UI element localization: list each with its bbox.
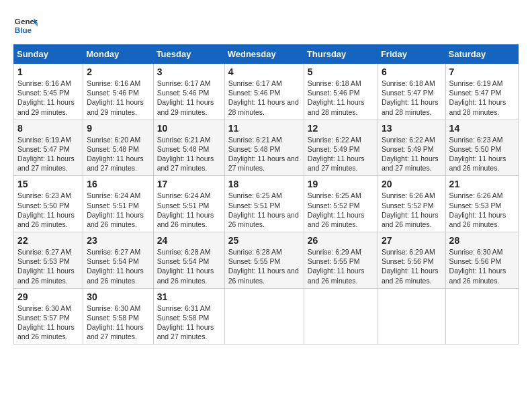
day-number: 6 xyxy=(382,66,442,77)
day-number: 13 xyxy=(382,123,442,134)
day-info: Sunrise: 6:18 AMSunset: 5:46 PMDaylight:… xyxy=(308,79,374,117)
weekday-header-tuesday: Tuesday xyxy=(153,45,224,64)
weekday-header-wednesday: Wednesday xyxy=(224,45,304,64)
calendar-cell: 30Sunrise: 6:30 AMSunset: 5:58 PMDayligh… xyxy=(83,288,153,345)
day-info: Sunrise: 6:29 AMSunset: 5:55 PMDaylight:… xyxy=(308,247,374,285)
day-number: 1 xyxy=(17,66,79,77)
calendar-week-1: 1Sunrise: 6:16 AMSunset: 5:45 PMDaylight… xyxy=(14,64,519,120)
day-info: Sunrise: 6:17 AMSunset: 5:46 PMDaylight:… xyxy=(157,79,221,117)
day-number: 12 xyxy=(308,123,374,134)
day-info: Sunrise: 6:30 AMSunset: 5:56 PMDaylight:… xyxy=(449,247,515,285)
calendar-cell: 2Sunrise: 6:16 AMSunset: 5:46 PMDaylight… xyxy=(83,64,153,120)
day-number: 29 xyxy=(17,291,79,302)
calendar-cell: 24Sunrise: 6:28 AMSunset: 5:54 PMDayligh… xyxy=(153,232,224,289)
calendar-table: SundayMondayTuesdayWednesdayThursdayFrid… xyxy=(13,44,519,345)
day-number: 10 xyxy=(157,123,221,134)
day-info: Sunrise: 6:23 AMSunset: 5:50 PMDaylight:… xyxy=(449,135,515,173)
calendar-cell: 14Sunrise: 6:23 AMSunset: 5:50 PMDayligh… xyxy=(445,120,518,176)
calendar-cell: 4Sunrise: 6:17 AMSunset: 5:46 PMDaylight… xyxy=(224,64,304,120)
day-info: Sunrise: 6:25 AMSunset: 5:52 PMDaylight:… xyxy=(308,191,374,229)
weekday-header-thursday: Thursday xyxy=(304,45,378,64)
calendar-cell: 22Sunrise: 6:27 AMSunset: 5:53 PMDayligh… xyxy=(14,232,83,289)
day-info: Sunrise: 6:20 AMSunset: 5:48 PMDaylight:… xyxy=(87,135,149,173)
day-info: Sunrise: 6:24 AMSunset: 5:51 PMDaylight:… xyxy=(87,191,149,229)
calendar-cell: 6Sunrise: 6:18 AMSunset: 5:47 PMDaylight… xyxy=(378,64,445,120)
weekday-header-saturday: Saturday xyxy=(445,45,518,64)
svg-text:Blue: Blue xyxy=(15,26,32,34)
calendar-cell: 13Sunrise: 6:22 AMSunset: 5:49 PMDayligh… xyxy=(378,120,445,176)
day-number: 25 xyxy=(228,235,300,246)
day-info: Sunrise: 6:25 AMSunset: 5:51 PMDaylight:… xyxy=(228,191,300,229)
day-info: Sunrise: 6:19 AMSunset: 5:47 PMDaylight:… xyxy=(17,135,79,173)
calendar-cell: 20Sunrise: 6:26 AMSunset: 5:52 PMDayligh… xyxy=(378,176,445,232)
day-number: 28 xyxy=(449,235,515,246)
day-info: Sunrise: 6:19 AMSunset: 5:47 PMDaylight:… xyxy=(449,79,515,117)
day-number: 8 xyxy=(17,123,79,134)
day-info: Sunrise: 6:23 AMSunset: 5:50 PMDaylight:… xyxy=(17,191,79,229)
weekday-header-sunday: Sunday xyxy=(14,45,83,64)
day-number: 5 xyxy=(308,66,374,77)
calendar-week-4: 22Sunrise: 6:27 AMSunset: 5:53 PMDayligh… xyxy=(14,232,519,289)
calendar-cell: 31Sunrise: 6:31 AMSunset: 5:58 PMDayligh… xyxy=(153,288,224,345)
calendar-cell: 16Sunrise: 6:24 AMSunset: 5:51 PMDayligh… xyxy=(83,176,153,232)
day-number: 24 xyxy=(157,235,221,246)
day-info: Sunrise: 6:17 AMSunset: 5:46 PMDaylight:… xyxy=(228,79,300,117)
calendar-cell: 3Sunrise: 6:17 AMSunset: 5:46 PMDaylight… xyxy=(153,64,224,120)
day-info: Sunrise: 6:21 AMSunset: 5:48 PMDaylight:… xyxy=(228,135,300,173)
calendar-cell: 5Sunrise: 6:18 AMSunset: 5:46 PMDaylight… xyxy=(304,64,378,120)
calendar-cell: 1Sunrise: 6:16 AMSunset: 5:45 PMDaylight… xyxy=(14,64,83,120)
day-info: Sunrise: 6:30 AMSunset: 5:57 PMDaylight:… xyxy=(17,304,79,342)
day-info: Sunrise: 6:30 AMSunset: 5:58 PMDaylight:… xyxy=(87,304,149,342)
day-number: 23 xyxy=(87,235,149,246)
day-info: Sunrise: 6:26 AMSunset: 5:52 PMDaylight:… xyxy=(382,191,442,229)
day-number: 22 xyxy=(17,235,79,246)
logo: General Blue xyxy=(13,13,38,38)
calendar-cell: 28Sunrise: 6:30 AMSunset: 5:56 PMDayligh… xyxy=(445,232,518,289)
day-number: 27 xyxy=(382,235,442,246)
calendar-cell: 19Sunrise: 6:25 AMSunset: 5:52 PMDayligh… xyxy=(304,176,378,232)
day-number: 9 xyxy=(87,123,149,134)
day-number: 18 xyxy=(228,179,300,189)
page-header: General Blue xyxy=(13,13,519,38)
day-number: 19 xyxy=(308,179,374,189)
calendar-cell: 23Sunrise: 6:27 AMSunset: 5:54 PMDayligh… xyxy=(83,232,153,289)
weekday-header-monday: Monday xyxy=(83,45,153,64)
calendar-cell: 9Sunrise: 6:20 AMSunset: 5:48 PMDaylight… xyxy=(83,120,153,176)
day-info: Sunrise: 6:21 AMSunset: 5:48 PMDaylight:… xyxy=(157,135,221,173)
day-info: Sunrise: 6:28 AMSunset: 5:55 PMDaylight:… xyxy=(228,247,300,285)
calendar-cell: 27Sunrise: 6:29 AMSunset: 5:56 PMDayligh… xyxy=(378,232,445,289)
day-number: 31 xyxy=(157,291,221,302)
calendar-cell: 8Sunrise: 6:19 AMSunset: 5:47 PMDaylight… xyxy=(14,120,83,176)
calendar-cell xyxy=(378,288,445,345)
calendar-cell xyxy=(445,288,518,345)
day-info: Sunrise: 6:22 AMSunset: 5:49 PMDaylight:… xyxy=(308,135,374,173)
calendar-cell xyxy=(304,288,378,345)
day-number: 30 xyxy=(87,291,149,302)
calendar-week-3: 15Sunrise: 6:23 AMSunset: 5:50 PMDayligh… xyxy=(14,176,519,232)
day-number: 21 xyxy=(449,179,515,189)
day-info: Sunrise: 6:18 AMSunset: 5:47 PMDaylight:… xyxy=(382,79,442,117)
calendar-cell: 12Sunrise: 6:22 AMSunset: 5:49 PMDayligh… xyxy=(304,120,378,176)
day-number: 2 xyxy=(87,66,149,77)
calendar-cell: 25Sunrise: 6:28 AMSunset: 5:55 PMDayligh… xyxy=(224,232,304,289)
day-info: Sunrise: 6:27 AMSunset: 5:54 PMDaylight:… xyxy=(87,247,149,285)
day-number: 26 xyxy=(308,235,374,246)
day-info: Sunrise: 6:16 AMSunset: 5:46 PMDaylight:… xyxy=(87,79,149,117)
calendar-cell: 18Sunrise: 6:25 AMSunset: 5:51 PMDayligh… xyxy=(224,176,304,232)
calendar-cell: 26Sunrise: 6:29 AMSunset: 5:55 PMDayligh… xyxy=(304,232,378,289)
day-number: 11 xyxy=(228,123,300,134)
calendar-cell xyxy=(224,288,304,345)
day-number: 14 xyxy=(449,123,515,134)
day-number: 3 xyxy=(157,66,221,77)
day-number: 4 xyxy=(228,66,300,77)
calendar-cell: 11Sunrise: 6:21 AMSunset: 5:48 PMDayligh… xyxy=(224,120,304,176)
day-info: Sunrise: 6:29 AMSunset: 5:56 PMDaylight:… xyxy=(382,247,442,285)
day-info: Sunrise: 6:31 AMSunset: 5:58 PMDaylight:… xyxy=(157,304,221,342)
logo-icon: General Blue xyxy=(13,13,38,38)
calendar-cell: 29Sunrise: 6:30 AMSunset: 5:57 PMDayligh… xyxy=(14,288,83,345)
calendar-week-5: 29Sunrise: 6:30 AMSunset: 5:57 PMDayligh… xyxy=(14,288,519,345)
day-number: 7 xyxy=(449,66,515,77)
calendar-cell: 10Sunrise: 6:21 AMSunset: 5:48 PMDayligh… xyxy=(153,120,224,176)
calendar-cell: 15Sunrise: 6:23 AMSunset: 5:50 PMDayligh… xyxy=(14,176,83,232)
day-number: 20 xyxy=(382,179,442,189)
